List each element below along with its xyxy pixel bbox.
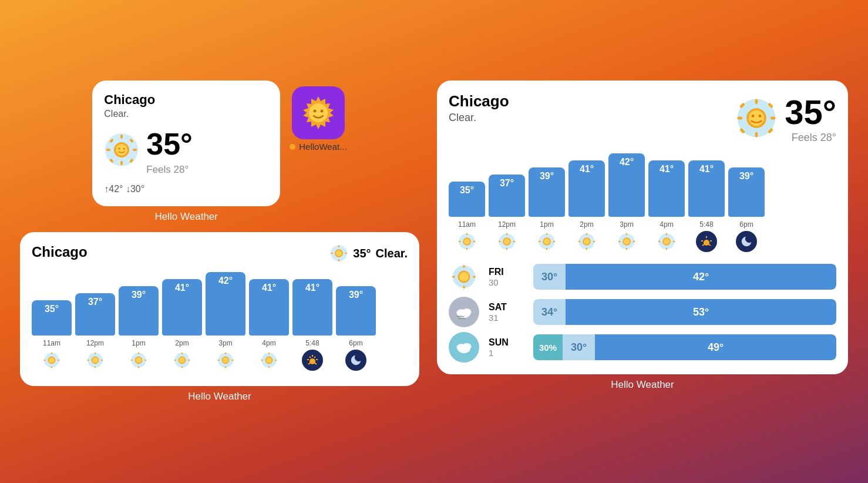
- large-widget-card: Chicago Clear.: [437, 80, 848, 374]
- medium-bar-chart: 35° 11am 37° 12pm: [32, 272, 408, 371]
- small-temp: 35°: [146, 126, 193, 162]
- bar-6pm: 39°: [336, 286, 376, 336]
- svg-rect-48: [174, 360, 176, 361]
- svg-point-143: [462, 343, 472, 350]
- svg-rect-75: [738, 117, 742, 120]
- icon-2pm: [171, 350, 193, 371]
- app-name-row: HelloWeat...: [290, 142, 346, 152]
- svg-line-70: [309, 357, 311, 358]
- svg-rect-100: [546, 233, 547, 235]
- svg-rect-63: [275, 360, 277, 361]
- large-condition: Clear.: [449, 112, 509, 124]
- svg-point-44: [136, 357, 142, 363]
- small-sun-icon: [104, 132, 139, 170]
- svg-point-98: [504, 239, 510, 244]
- svg-point-83: [752, 115, 755, 118]
- svg-rect-39: [138, 353, 139, 354]
- forecast-sun-bar: 30% 30° 49°: [533, 334, 836, 360]
- large-widget-label: Hello Weather: [611, 379, 674, 391]
- icon-11am: [41, 350, 62, 371]
- svg-rect-110: [593, 241, 595, 242]
- svg-rect-41: [131, 360, 133, 361]
- large-bar-4pm: 41°: [648, 160, 685, 217]
- forecast-fri-icon: [449, 261, 479, 292]
- svg-point-84: [759, 115, 762, 118]
- icon-moon: [345, 350, 366, 371]
- small-weather-widget: Chicago Clear.: [92, 80, 280, 223]
- forecast-fri-low: 30°: [533, 264, 566, 290]
- svg-rect-96: [513, 241, 515, 242]
- medium-weather-widget: Chicago: [20, 232, 419, 402]
- forecast-sun-day: SUN 1: [489, 337, 524, 358]
- icon-sunset: [302, 350, 323, 371]
- svg-rect-26: [51, 366, 52, 368]
- svg-point-23: [336, 250, 342, 257]
- svg-rect-25: [51, 353, 52, 354]
- svg-point-12: [123, 148, 125, 150]
- forecast-sat-day: SAT 31: [489, 302, 524, 323]
- forecast-sat: SAT 31 34° 53°: [449, 297, 836, 327]
- svg-point-16: [321, 110, 324, 113]
- svg-rect-32: [95, 353, 96, 354]
- forecast-section: FRI 30 30° 42°: [449, 261, 836, 363]
- forecast-sat-low: 34°: [533, 299, 566, 325]
- bar-11am: 35°: [32, 300, 72, 336]
- large-bar-3pm: 42°: [608, 153, 645, 217]
- forecast-fri-high: 42°: [566, 264, 836, 290]
- svg-rect-121: [666, 233, 667, 235]
- svg-rect-73: [755, 99, 758, 104]
- svg-rect-103: [553, 241, 555, 242]
- svg-rect-134: [452, 276, 455, 277]
- bar-4pm: 41°: [249, 279, 289, 336]
- svg-rect-124: [673, 241, 675, 242]
- svg-rect-107: [586, 233, 587, 235]
- small-city-name: Chicago: [104, 92, 268, 108]
- svg-rect-27: [44, 360, 46, 361]
- svg-rect-86: [466, 233, 467, 235]
- small-widget-card: Chicago Clear.: [92, 80, 280, 206]
- app-icon-section: HelloWeat...: [290, 86, 346, 152]
- small-feels: Feels 28°: [146, 164, 193, 176]
- small-hilo: ↑42° ↓30°: [104, 184, 268, 194]
- svg-rect-76: [771, 117, 775, 120]
- forecast-fri-bar: 30° 42°: [533, 264, 836, 290]
- forecast-fri-day: FRI 30: [489, 267, 524, 287]
- main-layout: Chicago Clear.: [8, 69, 860, 414]
- svg-rect-95: [499, 241, 500, 242]
- svg-point-140: [462, 308, 472, 316]
- large-icon-3pm: [616, 231, 637, 252]
- svg-rect-74: [755, 132, 758, 137]
- svg-rect-109: [578, 241, 580, 242]
- large-icon-moon: [736, 231, 757, 252]
- svg-rect-34: [88, 360, 89, 361]
- svg-line-71: [314, 357, 315, 358]
- medium-header-right: 35° Clear.: [329, 244, 408, 263]
- svg-rect-117: [633, 241, 635, 242]
- svg-point-65: [266, 357, 272, 363]
- icon-3pm: [215, 350, 236, 371]
- forecast-sun-low: 30°: [563, 334, 595, 360]
- svg-rect-87: [466, 248, 467, 250]
- svg-point-37: [92, 357, 98, 363]
- large-header-right: 35° Feels 28°: [735, 92, 836, 144]
- svg-rect-62: [261, 360, 263, 361]
- large-bar-2pm: 41°: [568, 160, 605, 217]
- svg-rect-60: [268, 353, 270, 354]
- medium-widget-card: Chicago: [20, 232, 419, 386]
- icon-12pm: [85, 350, 106, 371]
- svg-rect-133: [463, 286, 465, 289]
- svg-rect-132: [463, 265, 465, 268]
- large-icon-4pm: [656, 231, 677, 252]
- forecast-sun-precip: 30%: [533, 334, 563, 360]
- svg-rect-89: [473, 241, 475, 242]
- app-icon[interactable]: [292, 86, 345, 139]
- forecast-sat-bar: 34° 53°: [533, 299, 836, 325]
- svg-rect-40: [138, 366, 139, 368]
- svg-point-82: [749, 110, 764, 126]
- forecast-sun: SUN 1 30% 30° 49°: [449, 332, 836, 363]
- svg-rect-4: [133, 149, 137, 151]
- svg-point-14: [309, 103, 328, 122]
- large-bar-548: 41°: [688, 160, 725, 217]
- large-bar-chart: 35° 11am 37° 12pm 39° 1pm: [449, 153, 836, 252]
- large-icon-sunset: [696, 231, 717, 252]
